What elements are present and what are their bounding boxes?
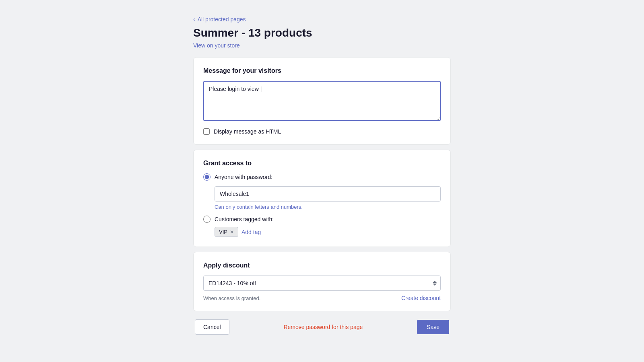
page-title: Summer - 13 products [193, 27, 451, 39]
customers-radio-label: Customers tagged with: [215, 216, 274, 222]
vip-tag: VIP ✕ [215, 227, 238, 237]
customers-radio[interactable] [203, 216, 211, 223]
tags-row: VIP ✕ Add tag [215, 227, 441, 237]
anyone-radio-label: Anyone with password: [215, 174, 272, 180]
customers-radio-row: Customers tagged with: [203, 216, 441, 223]
discount-select-wrapper: ED14243 - 10% off No discount [203, 276, 441, 291]
discount-footer: When access is granted. Create discount [203, 295, 441, 301]
message-card: Message for your visitors Please login t… [193, 57, 451, 145]
when-granted-text: When access is granted. [203, 295, 260, 301]
tag-remove-icon[interactable]: ✕ [230, 230, 234, 234]
anyone-radio-row: Anyone with password: [203, 173, 441, 181]
remove-password-link[interactable]: Remove password for this page [283, 324, 363, 330]
grant-access-card: Grant access to Anyone with password: Ca… [193, 150, 451, 247]
cancel-button[interactable]: Cancel [195, 319, 229, 335]
discount-section-title: Apply discount [203, 262, 441, 269]
grant-section-title: Grant access to [203, 160, 441, 167]
display-html-row: Display message as HTML [203, 128, 441, 135]
view-store-link[interactable]: View on your store [193, 42, 240, 49]
message-section-title: Message for your visitors [203, 67, 441, 74]
footer-bar: Cancel Remove password for this page Sav… [193, 319, 451, 335]
password-hint: Can only contain letters and numbers. [215, 204, 441, 210]
display-html-checkbox[interactable] [203, 128, 210, 135]
display-html-label: Display message as HTML [214, 128, 281, 135]
create-discount-link[interactable]: Create discount [401, 295, 441, 301]
page-container: ‹ All protected pages Summer - 13 produc… [193, 16, 451, 335]
add-tag-link[interactable]: Add tag [242, 229, 261, 235]
message-textarea[interactable]: Please login to view | [203, 81, 441, 121]
anyone-radio[interactable] [203, 173, 211, 181]
save-button[interactable]: Save [417, 320, 449, 334]
breadcrumb-link[interactable]: All protected pages [198, 16, 246, 23]
tag-label: VIP [219, 229, 227, 235]
breadcrumb: ‹ All protected pages [193, 16, 451, 23]
discount-select[interactable]: ED14243 - 10% off No discount [203, 276, 441, 291]
chevron-left-icon: ‹ [193, 16, 195, 23]
discount-card: Apply discount ED14243 - 10% off No disc… [193, 252, 451, 311]
password-input[interactable] [215, 186, 441, 202]
